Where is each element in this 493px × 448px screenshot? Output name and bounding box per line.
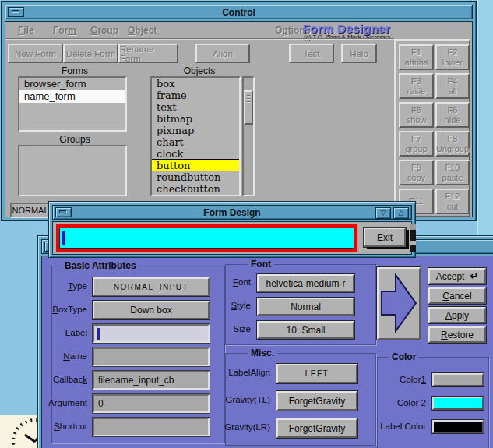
help-button[interactable]: Help [341,44,377,63]
label-field[interactable] [93,324,210,343]
callback-field[interactable]: filename_input_cb [93,371,210,390]
object-type-item[interactable]: clock [152,148,239,160]
fkey-f3-raise[interactable]: F3rasie [399,73,434,99]
function-key-panel: F1attribs F2lower F3rasie F4all F5show F… [394,39,470,217]
labelalign-button[interactable]: LEFT [276,364,357,383]
fkey-f7-group[interactable]: F7group [399,131,434,157]
test-button[interactable]: Test [289,44,334,63]
color-group-title: Color [389,351,419,362]
control-titlebar[interactable]: Control [5,5,473,19]
form-design-window: Form Design ▽ △ Exit [48,201,416,258]
fkey-f12-cut[interactable]: F12cut [435,189,470,214]
menu-group[interactable]: Group [90,25,118,36]
object-type-item[interactable]: checkbutton [152,183,239,195]
forms-label: Forms [48,65,102,76]
gravity-tl-button[interactable]: ForgetGravity [276,391,357,411]
boxtype-button[interactable]: Down box [93,301,210,319]
thumb-ridge [247,101,250,103]
size-button[interactable]: 10 Small [257,321,354,339]
form-design-title: Form Design [53,207,411,218]
desktop: { "control": { "title": "Control", "menu… [0,0,493,448]
fkey-f4-all[interactable]: F4all [435,73,470,99]
fkey-f10-paste[interactable]: F10paste [435,160,470,185]
name-field[interactable] [93,347,210,366]
attributes-window: Basic Attributes Type NORMAL_INPUT BoxTy… [37,235,493,448]
label-color-label: Label Color [380,422,426,431]
fkey-f9-copy[interactable]: F9copy [399,160,434,185]
fkey-f8-ungroup[interactable]: F8Ungroup [435,131,470,157]
exit-button[interactable]: Exit [364,228,406,247]
form-design-canvas[interactable]: Exit [52,221,412,255]
menu-object[interactable]: Object [128,25,157,36]
objects-scrollbar[interactable] [242,76,255,196]
label-color-swatch[interactable] [432,420,484,433]
accept-button[interactable]: Accept ↵ [428,268,486,284]
align-button[interactable]: Align [195,44,250,63]
menu-form[interactable]: Form [53,25,76,36]
new-form-button[interactable]: New Form [8,44,63,63]
designed-input-object[interactable] [56,224,357,252]
fkey-f5-show[interactable]: F5show [399,102,434,128]
object-type-item[interactable]: frame [152,90,239,101]
canvas-scrollbar[interactable] [410,224,416,252]
text-cursor [62,231,65,245]
argument-label: Argument [48,398,87,407]
menu-separator [5,38,394,40]
cancel-button[interactable]: Cancel [428,287,486,304]
apply-button[interactable]: Apply [428,307,486,323]
mode-selector[interactable]: NORMAL [10,203,51,218]
fkey-f2-lower[interactable]: F2lower [435,44,470,70]
style-button[interactable]: Normal [257,298,354,316]
shade-down-icon[interactable]: ▽ [375,207,391,219]
object-type-item[interactable]: box [152,78,239,90]
text-cursor [97,328,100,340]
argument-field[interactable]: 0 [93,394,210,413]
font-button[interactable]: helvetica-medium-r [257,274,354,292]
gravity-tl-label: Gravity(TL) [226,395,271,404]
font-group: Font Font helvetica-medium-r Style Norma… [225,264,376,345]
forms-list-item-selected[interactable]: name_form [19,90,125,103]
color1-swatch[interactable] [432,373,484,386]
groups-list[interactable] [18,145,127,196]
input-object-field[interactable] [59,228,354,249]
basic-attributes-title: Basic Attributes [62,260,139,271]
right-arrow-icon [379,269,419,338]
name-label: Name [63,351,87,361]
gravity-lr-button[interactable]: ForgetGravity [276,418,357,438]
attributes-content: Basic Attributes Type NORMAL_INPUT BoxTy… [41,256,493,448]
object-type-item[interactable]: bitmap [152,113,239,125]
form-design-titlebar[interactable]: Form Design ▽ △ [52,205,412,220]
menu-file[interactable]: File [18,25,34,36]
scrollbar-thumb[interactable] [244,90,253,125]
objects-list[interactable]: box frame text bitmap pixmap chart clock… [150,76,241,196]
forms-list[interactable]: browser_form name_form [18,76,127,132]
object-type-item[interactable]: text [152,101,239,113]
color2-swatch[interactable] [432,397,484,410]
type-button[interactable]: NORMAL_INPUT [93,277,210,296]
shortcut-field[interactable] [93,418,210,436]
object-type-item-selected[interactable]: button [152,160,239,171]
next-object-arrow-button[interactable] [377,267,421,340]
fkey-f6-hide[interactable]: F6hide [435,102,470,128]
thumb-ridge [247,95,250,97]
shortcut-label: Shortcut [54,422,87,431]
forms-list-item[interactable]: browser_form [19,78,125,90]
font-group-title: Font [248,259,274,270]
restore-button[interactable]: Restore [428,326,486,343]
object-type-item[interactable]: pixmap [152,125,239,136]
background-window-edge [477,0,493,238]
misc-group-title: Misc. [248,347,277,358]
gravity-lr-label: Gravity(LR) [224,422,270,432]
object-type-item[interactable]: chart [152,136,239,148]
fkey-f1-attribs[interactable]: F1attribs [399,44,434,70]
clock-face-icon [0,415,37,448]
shade-up-icon[interactable]: △ [393,207,409,219]
delete-form-button[interactable]: Delete Form [63,44,118,63]
return-icon: ↵ [470,270,478,282]
rename-form-button[interactable]: Rename Form [118,44,178,63]
groups-label: Groups [48,134,102,145]
control-title: Control [5,7,472,18]
basic-attributes-group: Basic Attributes Type NORMAL_INPUT BoxTy… [51,266,225,443]
object-type-item[interactable]: roundbutton [152,171,239,183]
color2-label: Color 2 [397,398,426,407]
